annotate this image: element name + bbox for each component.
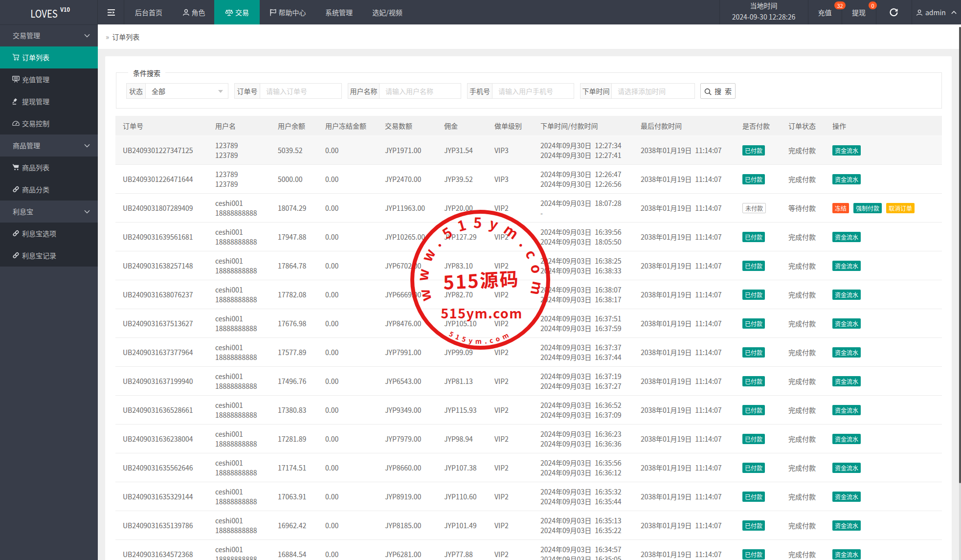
username-input[interactable]: 请输入用户名称 [379,83,461,99]
recharge-badge: 32 [834,1,846,9]
search-btn[interactable]: 搜 索 [700,83,736,99]
order-row-1: UB24093012273471251237891237895039.520.0… [115,136,942,165]
order-row-4: UB2409031639561681ceshi00118888888888179… [115,223,942,251]
nav-home[interactable]: 后台首页 [124,0,173,24]
nav-role[interactable]: 角色 [173,0,214,24]
menu-goods-list[interactable]: 商品列表 [0,157,98,179]
menu-lxb-option[interactable]: 利息宝选项 [0,223,98,245]
user[interactable]: admin [912,0,961,24]
refresh[interactable] [876,0,912,24]
menu-goods-cate[interactable]: 商品分类 [0,179,98,201]
menu-lxb-record[interactable]: 利息宝记录 [0,245,98,267]
menu-trade-control[interactable]: 交易控制 [0,112,98,134]
breadcrumb: »订单列表 [98,24,961,49]
nav-help[interactable]: 帮助中心 [260,0,315,24]
time-input[interactable]: 请选择添加时间 [611,83,695,99]
order-row-14: UB2409031635139786ceshi00118888888888169… [115,511,942,540]
menu-order-list[interactable]: 订单列表 [0,46,98,68]
menu-goods-mgr[interactable]: 商品管理 [0,134,98,157]
order-row-2: UB24093012264716441237891237895000.000.0… [115,165,942,194]
order-row-8: UB2409031637377964ceshi00118888888888175… [115,338,942,367]
nav-trade[interactable]: 交易 [214,0,260,24]
order-row-6: UB2409031638076237ceshi00118888888888177… [115,280,942,309]
status-select[interactable]: 全部 [145,83,228,99]
order-row-13: UB2409031635329144ceshi00118888888888170… [115,482,942,511]
order-table: 订单号用户名用户余额用户冻结金额交易数额佣金做单级别下单时间/付款时间最后付款时… [115,116,942,560]
order-no-input[interactable]: 请输入订单号 [260,83,342,99]
nav-video[interactable]: 选妃/视频 [362,0,412,24]
table-head: 订单号用户名用户余额用户冻结金额交易数额佣金做单级别下单时间/付款时间最后付款时… [115,116,942,136]
phone-input[interactable]: 请输入用户手机号 [492,83,574,99]
sidebar: 交易管理 订单列表 充值管理 提现管理 交易控制 商品管理 商品列表 商品分类 … [0,24,98,560]
scrollbar [959,27,961,483]
menu-lixibao[interactable]: 利息宝 [0,201,98,223]
logo: LOVESV10 [0,0,98,24]
nav-system[interactable]: 系统管理 [315,0,362,24]
menu-trade-mgr[interactable]: 交易管理 [0,24,98,46]
order-row-9: UB2409031637199940ceshi00118888888888174… [115,367,942,396]
search-form: 条件搜索 状态全部 订单号请输入订单号 用户名称请输入用户名称 手机号请输入用户… [116,72,942,109]
content-card: 条件搜索 状态全部 订单号请输入订单号 用户名称请输入用户名称 手机号请输入用户… [105,56,952,560]
order-row-10: UB2409031636528661ceshi00118888888888173… [115,396,942,425]
menu-recharge-mgr[interactable]: 充值管理 [0,68,98,90]
order-row-12: UB2409031635562646ceshi00118888888888171… [115,453,942,482]
order-row-3: UB2409031807289409ceshi00118888888888180… [115,194,942,223]
header: LOVESV10 后台首页 角色 交易 帮助中心 系统管理 选妃/视频 当地时间… [0,0,961,24]
order-row-5: UB2409031638257148ceshi00118888888888178… [115,251,942,280]
menu-withdraw-mgr[interactable]: 提现管理 [0,90,98,112]
order-row-7: UB2409031637513627ceshi00118888888888176… [115,309,942,338]
withdraw-badge: 0 [869,1,877,9]
order-row-15: UB2409031634572368ceshi00118888888888168… [115,540,942,560]
local-time: 当地时间2024-09-30 12:28:26 [719,0,808,24]
order-row-11: UB2409031636238004ceshi00118888888888172… [115,425,942,453]
menu-toggle[interactable] [98,0,124,24]
